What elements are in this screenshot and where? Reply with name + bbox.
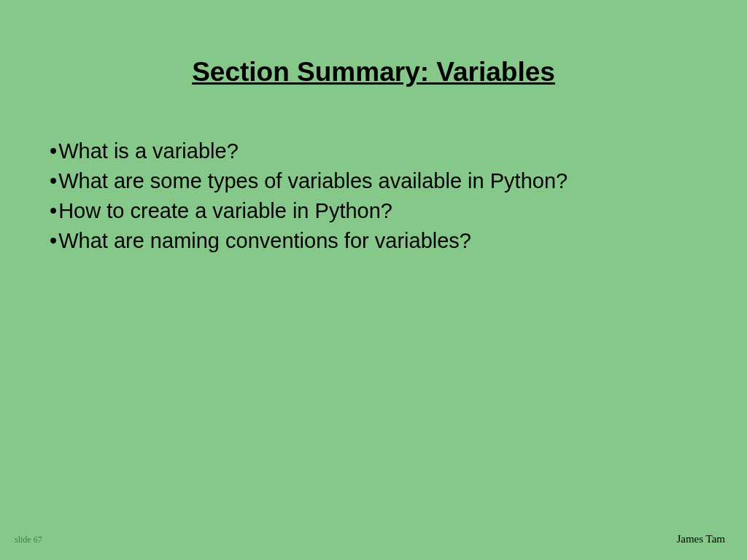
bullet-item: •What are naming conventions for variabl… [50, 227, 703, 255]
bullet-marker-icon: • [50, 137, 57, 166]
bullet-list: •What is a variable? •What are some type… [0, 117, 747, 256]
bullet-marker-icon: • [50, 167, 57, 195]
slide-number: slide 67 [15, 534, 42, 545]
bullet-marker-icon: • [50, 227, 57, 255]
bullet-text: What are some types of variables availab… [58, 169, 568, 192]
bullet-text: What is a variable? [58, 139, 239, 163]
bullet-marker-icon: • [50, 197, 57, 225]
slide-title: Section Summary: Variables [0, 0, 747, 117]
bullet-item: •What is a variable? [50, 137, 703, 166]
bullet-item: •What are some types of variables availa… [50, 167, 703, 195]
bullet-item: •How to create a variable in Python? [50, 197, 703, 225]
bullet-text: What are naming conventions for variable… [58, 229, 471, 252]
author-name: James Tam [676, 533, 725, 545]
bullet-text: How to create a variable in Python? [58, 199, 392, 222]
